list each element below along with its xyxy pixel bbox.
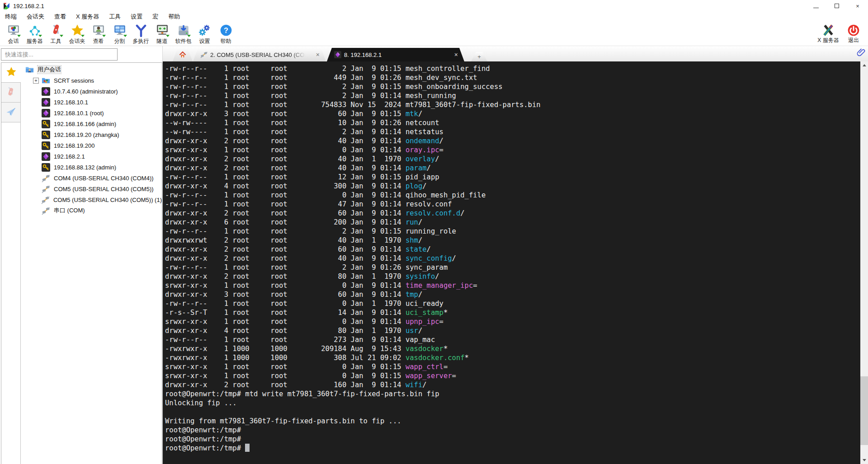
serial-plug-icon	[41, 196, 50, 204]
maximize-button[interactable]	[826, 0, 847, 12]
file-name: mesh_onboarding_success	[406, 83, 503, 91]
file-name: mesh_running	[406, 92, 456, 100]
file-name: sysinfo	[406, 272, 435, 281]
title-bar: 192.168.2.1 ×	[0, 0, 868, 12]
menu-item-4[interactable]: 工具	[104, 12, 126, 22]
menu-item-6[interactable]: 宏	[147, 12, 163, 22]
quick-connect-input[interactable]	[1, 48, 118, 61]
toolbar-button-multiexec[interactable]: 多执行	[130, 23, 151, 45]
file-name: upnp_ipc	[406, 318, 439, 326]
tab-label: 2. COM5 (USB-SERIAL CH340 (COM5	[210, 52, 305, 58]
tree-item-7[interactable]: 192.168.19.200	[21, 140, 162, 151]
terminal-line: -r-s--Sr-T 1 root root 14 Jan 9 01:14 uc…	[165, 308, 860, 317]
menu-item-3[interactable]: X 服务器	[71, 12, 104, 22]
tree-item-8[interactable]: 192.168.2.1	[21, 151, 162, 162]
file-name: wifi	[406, 381, 422, 389]
file-name: resolv.conf.d	[406, 209, 460, 217]
menu-item-5[interactable]: 设置	[126, 12, 147, 22]
tree-item-4[interactable]: 192.168.10.1 (root)	[21, 108, 162, 118]
scroll-up-arrow-icon[interactable]	[860, 61, 868, 69]
menu-item-2[interactable]: 查看	[49, 12, 71, 22]
file-name: run	[406, 218, 418, 226]
tree-item-13[interactable]: 串口 (COM)	[21, 205, 162, 216]
tunneling-icon	[156, 23, 169, 37]
file-name: time_manager_ipc	[406, 281, 473, 290]
terminal-line: Writing from mt7981_360t7-fip-fixed-part…	[165, 417, 860, 426]
tree-item-5[interactable]: 192.168.16.166 (admin)	[21, 118, 162, 129]
new-tab-button[interactable]: +	[471, 52, 487, 61]
toolbar-button-settings[interactable]: 设置	[194, 23, 215, 45]
file-name: plog	[406, 182, 422, 190]
menu-item-0[interactable]: 终端	[0, 12, 22, 22]
toolbar-button-label: X 服务器	[817, 37, 839, 43]
toolbar-button-session[interactable]: 会话	[3, 23, 24, 45]
terminal-line: root@Openwrt:/tmp#	[165, 426, 860, 435]
terminal-output[interactable]: -rw-r--r-- 1 root root 2 Jan 9 01:15 mes…	[163, 61, 860, 464]
tab-com5-session[interactable]: 2. COM5 (USB-SERIAL CH340 (COM5 ×	[193, 48, 326, 61]
toolbar-button-servers[interactable]: 服务器	[24, 23, 45, 45]
terminal-line: srwxr-xr-x 1 root root 0 Jan 9 01:14 upn…	[165, 317, 860, 326]
toolbar-button-power[interactable]: 退出	[841, 23, 866, 43]
file-name: uci_ready	[406, 300, 443, 308]
strip-button-swiss-knife[interactable]	[1, 83, 21, 103]
tree-item-6[interactable]: 192.168.19.20 (zhangka)	[21, 129, 162, 140]
paperclip-icon[interactable]	[857, 47, 866, 56]
tree-item-9[interactable]: 192.168.88.132 (admin)	[21, 162, 162, 173]
terminal-scrollbar[interactable]	[860, 61, 868, 464]
strip-button-star[interactable]	[1, 63, 21, 83]
toolbar-button-label: 软件包	[175, 37, 192, 45]
tree-item-2[interactable]: 10.7.4.60 (administrator)	[21, 86, 162, 97]
file-name: netcount	[406, 119, 439, 127]
serial-plug-icon	[42, 206, 50, 215]
terminal-line: drwxr-xr-x 3 root root 60 Jan 9 01:14 tm…	[165, 290, 860, 299]
terminal-line: -rw-r--r-- 1 root root 2 Jan 9 01:15 mes…	[165, 64, 860, 73]
key-icon	[42, 141, 50, 150]
toolbar-button-help[interactable]: ?帮助	[215, 23, 236, 45]
tree-item-12[interactable]: COM5 (USB-SERIAL CH340 (COM5)) (1)	[21, 194, 162, 205]
terminal-line: -rw-r--r-- 1 root root 47 Jan 9 01:14 re…	[165, 200, 860, 209]
toolbar-button-label: 查看	[93, 37, 104, 45]
packages-icon	[177, 23, 190, 37]
terminal-line: --w-rw---- 1 root root 2 Jan 9 01:14 net…	[165, 127, 860, 136]
tree-item-10[interactable]: COM4 (USB-SERIAL CH340 (COM4))	[21, 173, 162, 183]
close-button[interactable]: ×	[847, 0, 868, 12]
toolbar-button-label: 帮助	[221, 37, 231, 45]
file-name: pid_iapp	[406, 173, 439, 181]
strip-button-paper-plane[interactable]	[1, 103, 21, 122]
minimize-button[interactable]	[806, 0, 826, 12]
expand-icon[interactable]: +	[33, 78, 39, 84]
key-icon	[42, 131, 50, 139]
scrollbar-thumb[interactable]	[860, 376, 868, 445]
toolbar-button-tools[interactable]: 工具	[45, 23, 66, 45]
terminal-line: -rwxrwxr-x 1 1000 1000 209184 Aug 9 15:4…	[165, 344, 860, 353]
tree-item-1[interactable]: +SCRT sessions	[21, 75, 162, 86]
tree-item-label: 192.168.16.166 (admin)	[54, 121, 116, 127]
tree-item-3[interactable]: 192.168.10.1	[21, 97, 162, 108]
dropdown-caret-icon	[102, 35, 106, 37]
terminal-line: -rw-r--r-- 1 root root 273 Jan 9 01:14 v…	[165, 335, 860, 344]
toolbar-button-split[interactable]: 分割	[109, 23, 130, 45]
dropdown-caret-icon	[60, 35, 63, 37]
toolbar-button-label: 工具	[51, 37, 61, 45]
gem-icon	[42, 98, 50, 107]
menu-item-7[interactable]: 帮助	[163, 12, 185, 22]
toolbar-button-sessions-star[interactable]: 会话夹	[66, 23, 88, 45]
tab-192-168-2-1[interactable]: 8. 192.168.2.1 ×	[327, 48, 464, 61]
file-name: qihoo_mesh_pid_file	[406, 191, 486, 199]
tab-home[interactable]	[173, 48, 193, 61]
servers-icon	[28, 23, 42, 37]
toolbar-button-packages[interactable]: 软件包	[173, 23, 194, 45]
tree-item-0[interactable]: 用户会话	[21, 64, 162, 75]
scroll-down-arrow-icon[interactable]	[860, 456, 868, 464]
toolbar-button-tunneling[interactable]: 隧道	[151, 23, 173, 45]
terminal-line: -rwxrwxr-x 1 1000 1000 308 Jul 21 09:02 …	[165, 353, 860, 362]
menu-item-1[interactable]: 会话夹	[22, 12, 49, 22]
terminal-line: drwxr-xr-x 2 root root 60 Jan 9 01:14 st…	[165, 245, 860, 254]
tab-close-icon[interactable]: ×	[312, 51, 320, 58]
tab-close-icon[interactable]: ×	[451, 51, 458, 58]
toolbar-button-view[interactable]: 查看	[88, 23, 109, 45]
file-name: vasdocker	[406, 345, 443, 353]
tree-item-11[interactable]: COM5 (USB-SERIAL CH340 (COM5))	[21, 183, 162, 194]
toolbar-button-x-server[interactable]: X 服务器	[816, 23, 841, 43]
terminal-line: root@Openwrt:/tmp#	[165, 444, 860, 453]
